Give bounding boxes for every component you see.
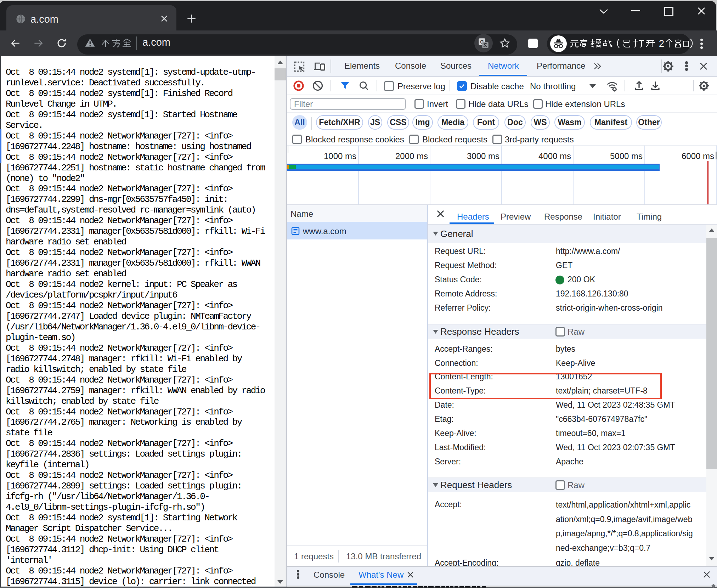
svg-text:2: 2: [659, 38, 664, 49]
